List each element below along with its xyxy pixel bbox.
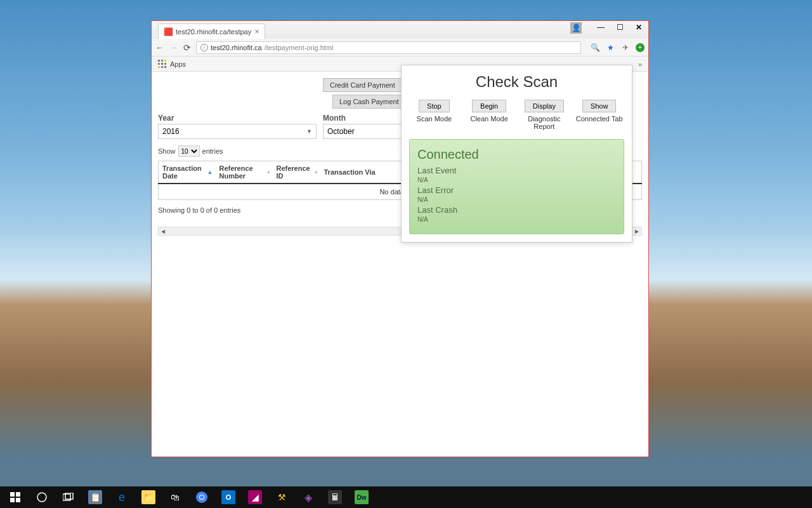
taskbar-dreamweaver[interactable]: Dw [349,488,374,507]
begin-clean-col: Begin Clean Mode [462,100,517,130]
last-error-label: Last Error [417,185,616,195]
url-input[interactable]: i test20.rhinofit.ca/testpayment-orig.ht… [196,41,581,54]
begin-button[interactable]: Begin [472,100,506,112]
extension-send-icon[interactable]: ✈ [620,43,631,53]
sort-icon: ♦ [267,169,270,175]
last-event-label: Last Event [417,166,616,175]
url-domain: test20.rhinofit.ca [211,44,262,51]
stop-scan-col: Stop Scan Mode [407,100,462,130]
month-label: Month [323,114,405,123]
taskbar-outlook[interactable]: O [216,488,241,507]
sort-asc-icon: ▲ [207,169,213,175]
sort-icon: ♦ [315,169,318,175]
show-button[interactable]: Show [582,100,617,112]
popup-title: Check Scan [407,73,627,91]
status-panel: Connected Last Event N/A Last Error N/A … [409,139,624,234]
month-field: Month October [323,114,405,139]
browser-title-bar: 🟥 test20.rhinofit.ca/testpay × 👤 — ☐ ✕ [152,21,648,39]
back-icon[interactable]: ← [155,43,164,53]
apps-grid-icon[interactable] [158,60,167,69]
address-bar: ← → ⟳ i test20.rhinofit.ca/testpayment-o… [152,39,648,57]
taskbar-visual-studio[interactable]: ◈ [296,488,321,507]
col-reference-id[interactable]: Reference ID♦ [273,161,320,184]
scroll-right-icon[interactable]: ▶ [632,227,641,235]
entries-label: entries [202,147,223,155]
diagnostic-report-label: Diagnostic Report [517,115,572,130]
taskbar-edge[interactable]: e [109,488,134,507]
url-path: /testpayment-orig.html [265,44,334,51]
tab-favicon: 🟥 [164,27,173,36]
year-field: Year 2016 ▼ [158,114,317,139]
svg-rect-1 [16,492,20,497]
extension-plus-icon[interactable]: + [636,43,645,52]
site-info-icon[interactable]: i [200,44,208,51]
month-select[interactable]: October [323,124,405,139]
bookmarks-overflow-icon[interactable]: » [638,60,642,68]
connected-tab-label: Connected Tab [576,115,623,123]
apps-label[interactable]: Apps [170,60,186,68]
check-scan-popup: Check Scan Stop Scan Mode Begin Clean Mo… [401,65,632,243]
address-bar-icons: 🔍 ★ ✈ + [590,43,645,53]
search-icon[interactable]: 🔍 [590,43,600,53]
taskbar-app-purple[interactable]: ◢ [242,488,268,507]
window-controls: — ☐ ✕ [591,21,648,34]
taskbar-calculator[interactable]: 🖩 [322,488,348,507]
tab-title: test20.rhinofit.ca/testpay [176,28,251,36]
status-title: Connected [417,147,616,162]
stop-button[interactable]: Stop [419,100,450,112]
last-crash-label: Last Crash [417,205,616,215]
year-label: Year [158,114,317,123]
browser-tab[interactable]: 🟥 test20.rhinofit.ca/testpay × [158,23,265,39]
display-button[interactable]: Display [525,100,564,112]
col-reference-number[interactable]: Reference Number♦ [216,161,273,184]
entries-select[interactable]: 10 [178,145,200,157]
tab-close-icon[interactable]: × [254,27,259,36]
windows-taskbar: 📋 e 📁 🛍 O ◢ ⚒ ◈ 🖩 Dw [0,486,812,508]
taskbar-app-1[interactable]: 📋 [82,488,108,507]
year-select[interactable]: 2016 ▼ [158,124,317,139]
display-diag-col: Display Diagnostic Report [517,100,572,130]
maximize-button[interactable]: ☐ [610,21,629,34]
svg-rect-2 [10,498,15,502]
show-tab-col: Show Connected Tab [572,100,627,130]
bookmark-star-icon[interactable]: ★ [605,43,615,53]
last-event-value: N/A [417,177,616,184]
clean-mode-label: Clean Mode [470,115,508,123]
last-crash-value: N/A [417,216,616,223]
popup-button-row: Stop Scan Mode Begin Clean Mode Display … [407,100,627,130]
scan-mode-label: Scan Mode [417,115,452,123]
svg-point-9 [200,495,204,499]
taskbar-explorer[interactable]: 📁 [136,488,161,507]
forward-icon[interactable]: → [169,43,178,53]
show-label: Show [158,147,176,155]
taskbar-store[interactable]: 🛍 [162,488,188,507]
svg-rect-3 [16,498,20,502]
svg-point-4 [37,493,46,502]
credit-card-payment-button[interactable]: Credit Card Payment [323,78,402,92]
close-button[interactable]: ✕ [629,21,648,34]
taskbar-chrome[interactable] [189,488,214,507]
start-button[interactable] [3,488,28,507]
minimize-button[interactable]: — [591,21,610,34]
col-transaction-date[interactable]: Transaction Date▲ [159,161,216,184]
month-value: October [327,127,355,136]
reload-icon[interactable]: ⟳ [183,43,191,53]
taskbar-app-tools[interactable]: ⚒ [269,488,294,507]
log-cash-payment-button[interactable]: Log Cash Payment [332,95,406,109]
scroll-left-icon[interactable]: ◀ [159,227,167,235]
year-value: 2016 [162,127,180,136]
last-error-value: N/A [417,196,616,203]
svg-rect-0 [10,492,15,497]
chevron-down-icon: ▼ [306,128,312,135]
task-view-icon[interactable] [56,488,81,507]
cortana-icon[interactable] [29,488,55,507]
profile-avatar-icon[interactable]: 👤 [570,22,582,34]
